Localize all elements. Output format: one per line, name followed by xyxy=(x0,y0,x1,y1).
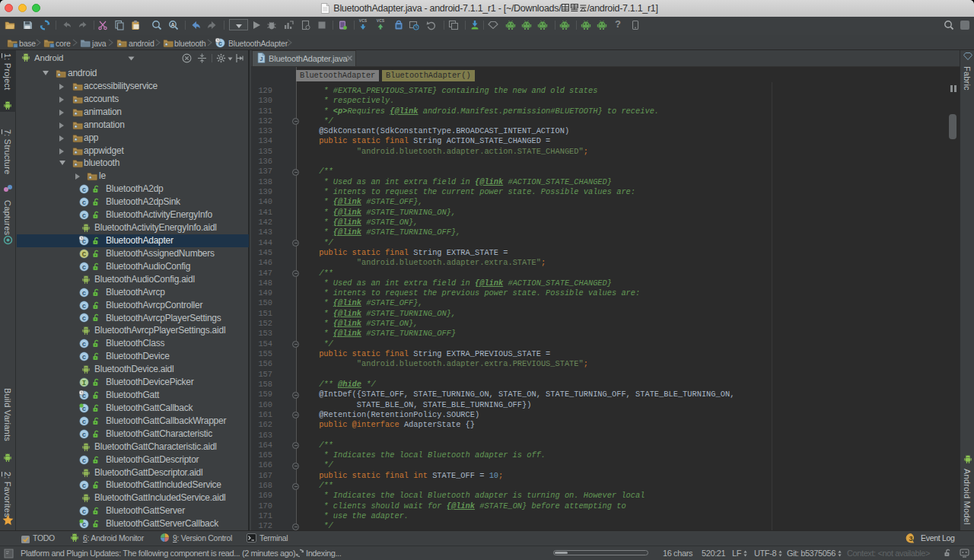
svg-text:VCS: VCS xyxy=(377,18,385,23)
svg-text:c: c xyxy=(82,508,86,516)
svg-text:c: c xyxy=(82,418,86,425)
svg-text:c: c xyxy=(82,186,86,194)
svg-text:A: A xyxy=(170,22,174,27)
svg-text:c: c xyxy=(82,289,86,297)
svg-text:c: c xyxy=(82,431,86,438)
svg-text:c: c xyxy=(82,263,86,271)
svg-text:c: c xyxy=(82,341,86,348)
svg-text:VCS: VCS xyxy=(359,18,368,23)
svg-text:c: c xyxy=(82,302,86,310)
svg-text:c: c xyxy=(82,457,86,464)
svg-text:c: c xyxy=(82,212,86,220)
svg-text:c: c xyxy=(82,482,86,490)
svg-text:C: C xyxy=(82,250,87,258)
svg-text:c: c xyxy=(82,354,86,361)
svg-text:c: c xyxy=(82,199,86,207)
svg-text:3: 3 xyxy=(909,535,912,542)
svg-text:J: J xyxy=(260,56,263,62)
svg-text:c: c xyxy=(82,315,86,323)
svg-text:I: I xyxy=(82,380,86,387)
